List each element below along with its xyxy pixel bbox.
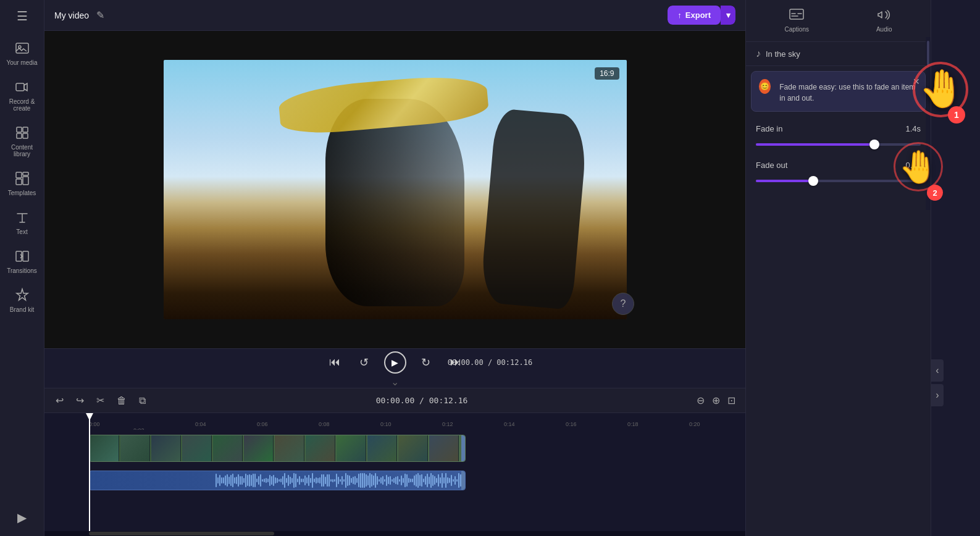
playhead-ruler[interactable] [89,413,90,430]
wave-bar-26 [264,479,265,482]
fade-in-value: 1.4s [905,124,921,133]
timeline-time-display: 00:00.00 / 00:12.16 [154,396,689,405]
wave-bar-84 [371,474,372,487]
sidebar-item-brand-kit[interactable]: Brand kit [4,282,41,318]
zoom-in-button[interactable]: ⊕ [710,392,722,409]
wave-bar-113 [425,476,426,485]
sidebar-item-templates[interactable]: Templates [4,165,41,201]
wave-bar-30 [271,476,272,485]
wave-bar-46 [301,479,302,482]
wave-bar-78 [360,473,361,488]
wave-bar-28 [267,479,269,482]
wave-bar-19 [251,475,252,486]
media-icon [14,40,31,57]
video-preview: 16:9 [164,60,627,319]
play-button[interactable]: ▶ [384,351,406,374]
wave-bar-107 [414,475,415,485]
undo-button[interactable]: ↩ [52,392,67,409]
frame-11 [398,435,428,461]
cut-button[interactable]: ✂ [93,392,108,409]
wave-bar-71 [347,475,348,487]
wave-bar-88 [379,479,380,481]
frame-4 [182,435,212,461]
wave-bar-48 [304,475,306,485]
svg-rect-0 [16,43,28,53]
sidebar-item-your-media[interactable]: Your media [4,35,41,71]
wave-bar-97 [395,477,396,485]
sidebar-item-text[interactable]: Text [4,204,41,240]
tooltip-close-button[interactable]: ✕ [913,77,920,86]
fade-in-header: Fade in 1.4s [756,124,921,133]
sidebar-item-label-transitions: Transitions [7,267,37,274]
collapse-left-arrow[interactable]: ‹ [931,359,944,382]
audio-track[interactable]: // Generate waveform bars inline via DOM… [89,471,466,490]
timeline-scrollbar[interactable] [44,531,745,536]
main-area: My video ✎ ↑ Export ▾ 16:9 ? ⏮ ↺ ▶ [44,0,745,536]
audio-tab[interactable]: Audio [870,5,898,36]
wave-bar-43 [295,474,296,487]
sidebar-item-content-library[interactable]: Contentlibrary [4,119,41,162]
rewind-button[interactable]: ↺ [354,353,374,372]
video-track[interactable] [89,435,466,462]
playback-controls: ⏮ ↺ ▶ ↻ ⏭ 00:00.00 / 00:12.16 ⛶ [44,348,745,375]
fade-out-slider[interactable] [756,175,921,187]
edit-title-icon[interactable]: ✎ [96,9,104,21]
ruler-mark-08: 0:08 [319,421,380,430]
sidebar-item-expand[interactable]: ▶ [4,504,41,531]
wave-bar-36 [282,476,283,484]
help-button[interactable]: ? [612,293,634,315]
wave-bar-21 [254,474,256,488]
wave-bar-66 [338,477,339,484]
zoom-out-button[interactable]: ⊖ [694,392,707,409]
fade-out-value: 0.6s [905,161,921,170]
frame-9 [337,435,366,461]
wave-bar-83 [369,473,371,487]
fade-out-thumb[interactable] [808,176,818,186]
sidebar-item-label-brand: Brand kit [10,306,34,313]
duplicate-button[interactable]: ⧉ [135,393,149,409]
far-right-panel: 🤚 1 ‹ › [931,0,980,536]
delete-button[interactable]: 🗑 [113,393,130,409]
collapse-timeline-button[interactable]: ⌄ [44,375,745,388]
captions-icon [789,9,804,24]
wave-bar-20 [253,474,254,487]
sidebar-item-transitions[interactable]: Transitions [4,243,41,279]
export-button[interactable]: ↑ Export [668,6,721,25]
redo-button[interactable]: ↪ [72,392,88,409]
wave-bar-130 [456,479,458,482]
panel-tabs: Captions Audio [746,0,931,42]
wave-bar-45 [299,476,300,485]
audio-track-end-handle[interactable] [461,471,465,490]
wave-bar-112 [423,479,424,482]
hamburger-menu[interactable]: ☰ [4,5,41,27]
timeline-area: ↩ ↪ ✂ 🗑 ⧉ 00:00.00 / 00:12.16 ⊖ ⊕ ⊡ 0:00 [44,388,745,536]
right-panel: Captions Audio ♪ In the sky 😊 Fade made … [745,0,931,536]
export-dropdown-button[interactable]: ▾ [721,6,735,25]
music-title: In the sky [766,49,800,59]
fade-in-slider[interactable] [756,138,921,151]
playhead-line[interactable] [89,430,90,531]
zoom-controls: ⊖ ⊕ ⊡ [694,392,738,409]
wave-bar-9 [232,474,233,488]
video-frames [90,435,465,461]
wave-bar-111 [421,474,422,486]
forward-button[interactable]: ↻ [416,353,436,372]
ruler-zero: 0:00 [89,421,133,430]
video-track-row [44,432,745,464]
text-icon [14,209,31,226]
sidebar-item-record-create[interactable]: Record &create [4,73,41,117]
wave-bar-55 [317,478,319,482]
wave-bar-114 [427,474,428,487]
fit-to-window-button[interactable]: ⊡ [725,392,738,409]
scrollbar-thumb[interactable] [89,532,274,535]
captions-tab[interactable]: Captions [778,5,815,36]
ruler-mark-14: 0:14 [504,421,566,430]
skip-back-button[interactable]: ⏮ [325,353,345,372]
right-panel-scrollbar[interactable] [926,37,931,210]
wave-bar-8 [230,475,232,485]
fade-in-thumb[interactable] [869,140,879,149]
ruler-marks: 0:00 0:02 0:04 0:06 0:08 0:10 0:12 0:14 … [44,413,745,430]
expand-right-arrow[interactable]: › [931,384,944,406]
video-track-end-handle[interactable] [461,435,465,461]
wave-bar-25 [262,479,263,481]
